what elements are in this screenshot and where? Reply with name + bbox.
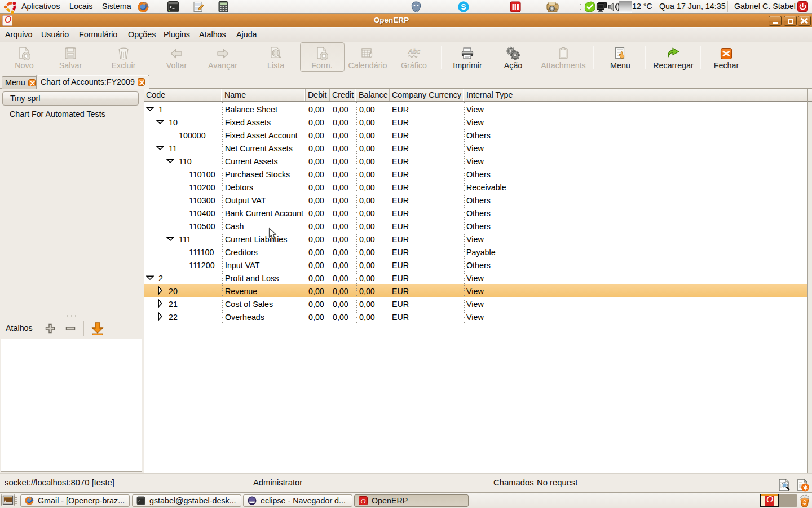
- svg-text:S: S: [461, 2, 466, 11]
- svg-text:O: O: [360, 497, 365, 505]
- svg-text:Abc: Abc: [408, 47, 420, 55]
